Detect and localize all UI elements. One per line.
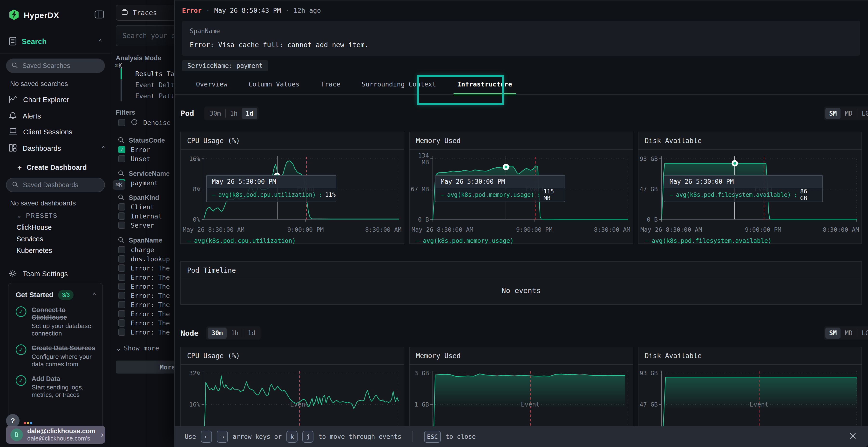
filter-option[interactable]: Error: The cr <box>118 291 182 300</box>
close-icon[interactable] <box>848 431 858 442</box>
collapse-sidebar-icon[interactable] <box>94 10 104 20</box>
saved-searches-input[interactable]: ⌘K <box>6 59 105 73</box>
get-started-item[interactable]: ✓ Add Data Start sending logs, metrics, … <box>16 375 97 399</box>
filter-option[interactable]: Error: The cr <box>118 264 182 273</box>
pod-range-1h[interactable]: 1h <box>226 108 241 119</box>
search-icon[interactable] <box>118 170 124 177</box>
filter-checkbox[interactable] <box>118 283 125 290</box>
node-range-30m[interactable]: 30m <box>208 328 227 339</box>
saved-dashboards-input[interactable]: ⌘K <box>6 178 105 192</box>
chevron-up-icon[interactable]: ⌃ <box>101 145 105 152</box>
preset-clickhouse[interactable]: ClickHouse <box>17 224 52 232</box>
tab[interactable]: Column Values <box>238 77 310 94</box>
bell-icon <box>9 111 17 121</box>
pod-cpu-card: CPU Usage (%) 16%8%0%Event May 26 8:30:0… <box>180 132 404 244</box>
tab[interactable]: Trace <box>310 77 351 94</box>
search-icon[interactable] <box>118 137 124 144</box>
create-dashboard-button[interactable]: + Create Dashboard <box>18 163 87 172</box>
check-circle-icon: ✓ <box>16 344 26 355</box>
span-name-label: SpanName <box>190 28 852 35</box>
node-section-title: Node <box>181 329 199 337</box>
chevron-up-icon[interactable]: ⌃ <box>92 291 96 299</box>
pod-section-title: Pod <box>181 109 194 117</box>
filter-checkbox[interactable] <box>118 221 125 229</box>
filter-option[interactable]: Internal <box>118 211 162 220</box>
filter-checkbox[interactable] <box>118 203 125 210</box>
search-section-icon <box>9 37 17 47</box>
node-size-md[interactable]: MD <box>841 328 856 339</box>
sidebar-item-alerts[interactable]: Alerts <box>9 111 105 121</box>
filter-checkbox[interactable] <box>118 274 125 281</box>
node-size-sm[interactable]: SM <box>825 328 840 339</box>
pod-size-lg[interactable]: LG <box>858 108 868 119</box>
chart-explorer-icon <box>9 95 18 104</box>
filter-option[interactable]: dns.lookup <box>118 254 182 264</box>
pod-range-30m[interactable]: 30m <box>206 108 225 119</box>
saved-searches-field[interactable] <box>22 62 108 70</box>
search-icon[interactable] <box>118 237 124 244</box>
span-name-value: Error: Visa cache full: cannot add new i… <box>190 41 852 49</box>
get-started-item[interactable]: ✓ Connect to ClickHouse Set up your data… <box>16 306 97 337</box>
sidebar-item-client-sessions[interactable]: Client Sessions <box>9 128 105 136</box>
filter-option[interactable]: Error: The cr <box>118 282 182 291</box>
filter-checkbox[interactable] <box>118 319 125 326</box>
node-size-lg[interactable]: LG <box>858 328 868 339</box>
search-icon[interactable] <box>118 194 124 202</box>
chevron-up-icon[interactable]: ⌃ <box>98 38 102 45</box>
pod-memory-card: Memory Used 134MB67 MB0 BEvent May 26 8:… <box>409 132 633 244</box>
filter-option[interactable]: Error: The cr <box>118 273 182 282</box>
pod-range-1d[interactable]: 1d <box>242 108 257 119</box>
tab[interactable]: Infrastructure <box>447 77 523 94</box>
filter-checkbox[interactable] <box>118 301 125 308</box>
chevron-down-icon: ⌄ <box>17 212 22 219</box>
filter-option[interactable]: Error: The cr <box>118 328 182 337</box>
chart-title: Disk Available <box>639 132 862 149</box>
filter-checkbox[interactable] <box>118 292 125 299</box>
filter-checkbox[interactable] <box>118 212 125 220</box>
presets-toggle[interactable]: ⌄ PRESETS <box>17 212 58 219</box>
filter-checkbox[interactable]: ✓ <box>118 146 125 153</box>
pod-size-sm[interactable]: SM <box>825 108 840 119</box>
filter-option[interactable]: Server <box>118 220 162 230</box>
filter-checkbox[interactable] <box>118 155 125 162</box>
j-key: j <box>302 431 313 443</box>
tab[interactable]: Overview <box>185 77 238 94</box>
get-started-item[interactable]: ✓ Create Data Sources Configure where yo… <box>16 344 97 368</box>
preset-services[interactable]: Services <box>17 235 43 243</box>
no-saved-searches-text: No saved searches <box>10 80 68 88</box>
service-name-chip[interactable]: ServiceName: payment <box>182 60 268 71</box>
saved-dashboards-field[interactable] <box>23 181 109 189</box>
preset-kubernetes[interactable]: Kubernetes <box>17 247 52 254</box>
plus-icon: + <box>18 163 22 172</box>
filter-option[interactable]: Unset <box>118 154 150 163</box>
svg-text:16%: 16% <box>189 156 200 162</box>
chart-legend: —avg(k8s.pod.cpu.utilization) <box>181 237 404 244</box>
filter-checkbox[interactable] <box>118 265 125 272</box>
denoise-checkbox[interactable] <box>118 119 125 126</box>
x-axis-labels: May 26 8:30:00 AM 9:00:00 PM 8:30:00 AM <box>639 226 862 235</box>
filter-checkbox[interactable] <box>118 310 125 317</box>
filter-checkbox[interactable] <box>118 255 125 263</box>
filter-checkbox[interactable] <box>118 329 125 336</box>
node-range-1h[interactable]: 1h <box>227 328 242 339</box>
user-menu[interactable]: D dale@clickhouse.com dale@clickhouse.co… <box>6 426 105 444</box>
pod-size-md[interactable]: MD <box>841 108 856 119</box>
filter-option[interactable]: ✓ Error <box>118 145 150 154</box>
sidebar-item-chart-explorer[interactable]: Chart Explorer <box>9 95 105 104</box>
filter-option[interactable]: Client <box>118 202 162 211</box>
sidebar-item-team-settings[interactable]: Team Settings <box>9 269 105 278</box>
span-name-card: SpanName Error: Visa cache full: cannot … <box>182 21 860 56</box>
filter-option[interactable]: Error: The cr <box>118 318 182 328</box>
filter-checkbox[interactable] <box>118 246 125 253</box>
filter-option[interactable]: charge <box>118 245 182 254</box>
help-button[interactable]: ? <box>6 414 20 427</box>
filter-option[interactable]: Error: The cr <box>118 300 182 309</box>
sidebar-item-dashboards[interactable]: Dashboards ⌃ <box>9 144 105 153</box>
sidebar-section-search[interactable]: Search ⌃ <box>9 37 102 47</box>
tab[interactable]: Surrounding Context <box>351 77 447 94</box>
show-more-button[interactable]: ⌄ Show more <box>117 344 159 352</box>
node-range-1d[interactable]: 1d <box>244 328 259 339</box>
divider <box>0 54 111 54</box>
denoise-icon <box>131 118 138 127</box>
filter-option[interactable]: Error: The cr <box>118 309 182 318</box>
